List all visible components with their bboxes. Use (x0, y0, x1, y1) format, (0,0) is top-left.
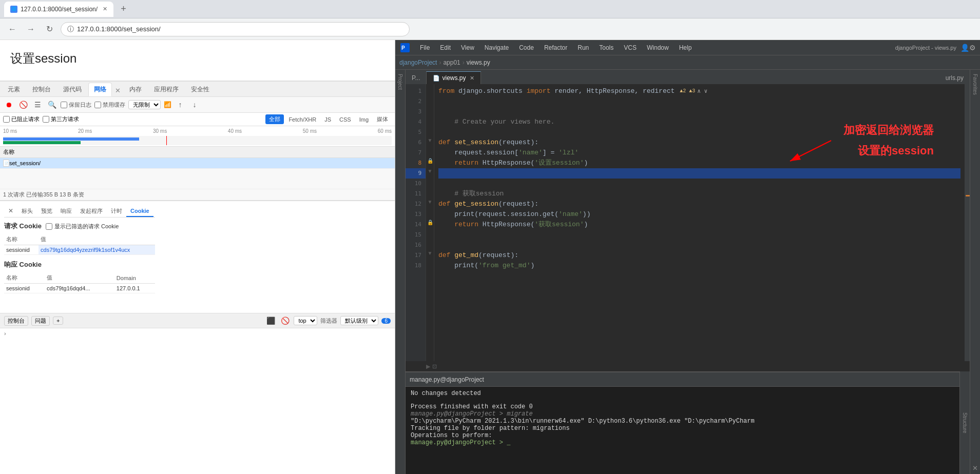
menu-refactor[interactable]: Refactor (539, 42, 572, 53)
ide-settings-button[interactable]: ⚙ (969, 44, 976, 52)
address-bar[interactable]: ⓘ 127.0.0.1:8000/set_session/ (61, 22, 410, 36)
filter-all[interactable]: 全部 (265, 114, 284, 124)
blocked-requests-checkbox[interactable] (3, 116, 10, 123)
ide-breadcrumb: djangoProject › app01 › views.py (395, 55, 980, 70)
network-detail-tabs: ✕ 标头 预览 响应 发起程序 计时 Cookie (4, 205, 155, 218)
show-filtered-checkbox[interactable] (46, 223, 52, 230)
preserve-log-label[interactable]: 保留日志 (61, 101, 91, 109)
detail-tab-response[interactable]: 响应 (56, 205, 76, 217)
detail-tab-timing[interactable]: 计时 (107, 205, 126, 217)
code-line-9 (438, 168, 960, 179)
disable-cache-label[interactable]: 禁用缓存 (94, 101, 125, 109)
devtools-tab-close-icon[interactable]: ✕ (113, 85, 123, 96)
back-button[interactable]: ← (5, 22, 20, 36)
network-list: 📄 set_session/ (0, 158, 395, 189)
search-button[interactable]: 🔍 (46, 99, 57, 110)
log-badge: 6 (381, 318, 391, 324)
filter-img[interactable]: Img (356, 114, 372, 124)
devtools-tab-memory[interactable]: 内存 (124, 83, 147, 96)
devtools-tab-network[interactable]: 网络 (88, 83, 112, 96)
response-cookie-section: 响应 Cookie 名称 值 Domain (4, 260, 155, 293)
detail-close-icon[interactable]: ✕ (4, 205, 17, 217)
add-tab-button[interactable]: + (53, 317, 63, 325)
console-tab[interactable]: 控制台 (4, 316, 28, 326)
fold-indicators: ▼ 🔒 ▼ ▼ 🔒 ▼ (426, 84, 434, 361)
menu-file[interactable]: File (415, 42, 435, 53)
browser-chrome: 🌐 127.0.0.1:8000/set_session/ ✕ + (0, 0, 980, 18)
import-button[interactable]: ↑ (175, 99, 186, 110)
filter-fetch-xhr[interactable]: Fetch/XHR (285, 114, 320, 124)
terminal-line-2 (411, 397, 965, 403)
tab-close-icon[interactable]: ✕ (103, 6, 107, 12)
views-tab-close[interactable]: ✕ (470, 75, 474, 82)
third-party-label[interactable]: 第三方请求 (43, 115, 79, 123)
blocked-requests-label[interactable]: 已阻止请求 (3, 115, 40, 123)
filter-label: 筛选器 (320, 317, 337, 325)
resp-cookie-name: sessionid (4, 284, 45, 293)
detail-tab-preview[interactable]: 预览 (37, 205, 56, 217)
devtools-tab-security[interactable]: 安全性 (185, 83, 215, 96)
tab-title: 127.0.0.1:8000/set_session/ (21, 6, 98, 13)
menu-edit[interactable]: Edit (435, 42, 456, 53)
breadcrumb-sep1: › (439, 59, 441, 66)
ide-tab-urls[interactable]: urls.py (939, 71, 970, 84)
new-tab-button[interactable]: + (117, 4, 130, 14)
filter-button[interactable]: ☰ (32, 99, 43, 110)
ide-profile-button[interactable]: 👤 (960, 44, 969, 52)
menu-view[interactable]: View (456, 42, 479, 53)
sidebar-label-project[interactable]: Project (396, 72, 404, 92)
right-sidebar-strip: Favorites ✕ (970, 70, 980, 474)
problems-tab[interactable]: 问题 (31, 316, 50, 326)
table-row[interactable]: 📄 set_session/ (0, 158, 395, 169)
code-line-14: return HttpResponse('获取session') (438, 220, 960, 230)
devtools-tab-console[interactable]: 控制台 (27, 83, 56, 96)
breadcrumb-app: app01 (443, 59, 460, 66)
detail-tab-headers[interactable]: 标头 (17, 205, 37, 217)
menu-vcs[interactable]: VCS (619, 42, 642, 53)
devtools-tab-sources[interactable]: 源代码 (57, 83, 87, 96)
menu-code[interactable]: Code (514, 42, 539, 53)
menu-tools[interactable]: Tools (594, 42, 619, 53)
disable-cache-checkbox[interactable] (94, 102, 101, 108)
code-content[interactable]: 加密返回给浏览器 设置的session (434, 84, 965, 361)
terminal-content[interactable]: No changes detected Process finished wit… (406, 387, 970, 474)
code-line-8: return HttpResponse('设置session') (438, 158, 960, 168)
sidebar-label-favorites[interactable]: Favorites (971, 72, 979, 97)
filter-js[interactable]: JS (321, 114, 335, 124)
console-record-icon[interactable]: ⬛ (265, 315, 276, 326)
console-top-select[interactable]: top (294, 316, 317, 325)
resp-col-value: 值 (45, 272, 114, 284)
third-party-checkbox[interactable] (43, 116, 49, 123)
forward-button[interactable]: → (24, 22, 38, 36)
status-bar: 1 次请求 已传输355 B 13 B 条资 (0, 189, 395, 200)
menu-navigate[interactable]: Navigate (479, 42, 514, 53)
preserve-log-checkbox[interactable] (61, 102, 67, 108)
sidebar-close-icon[interactable]: ✕ (972, 464, 978, 472)
menu-run[interactable]: Run (572, 42, 594, 53)
ide-tab-project[interactable]: P... (406, 71, 426, 84)
detail-tab-initiator[interactable]: 发起程序 (76, 205, 107, 217)
terminal-tab-label[interactable]: manage.py@djangoProject (410, 376, 484, 383)
clear-button[interactable]: 🚫 (17, 99, 29, 110)
devtools-tab-elements[interactable]: 元素 (2, 83, 26, 96)
log-level-select[interactable]: 默认级别 (340, 316, 378, 325)
record-button[interactable]: ⏺ (3, 99, 14, 110)
devtools-tab-application[interactable]: 应用程序 (148, 83, 184, 96)
table-row: sessionid cds79tg16dqd4yzezrif9k1sof1v4u… (4, 245, 155, 255)
console-clear-icon[interactable]: 🚫 (279, 315, 291, 326)
menu-help[interactable]: Help (674, 42, 697, 53)
console-bar: 控制台 问题 + ⬛ 🚫 top 筛选器 默认级别 6 (0, 313, 395, 328)
export-button[interactable]: ↓ (189, 99, 200, 110)
resp-col-domain: Domain (114, 272, 155, 284)
throttle-select[interactable]: 无限制 (128, 100, 161, 109)
request-cookie-section: 请求 Cookie 显示已筛选的请求 Cookie 名称 值 (4, 222, 155, 255)
menu-window[interactable]: Window (642, 42, 674, 53)
show-filtered-label[interactable]: 显示已筛选的请求 Cookie (46, 223, 119, 230)
filter-css[interactable]: CSS (336, 114, 355, 124)
console-arrow: › (4, 330, 6, 337)
ide-tab-views[interactable]: 📄 views.py ✕ (426, 71, 481, 84)
filter-media[interactable]: 媒体 (373, 114, 392, 124)
detail-tab-cookie[interactable]: Cookie (126, 205, 153, 217)
refresh-button[interactable]: ↻ (42, 22, 56, 36)
browser-tab[interactable]: 🌐 127.0.0.1:8000/set_session/ ✕ (4, 2, 113, 17)
